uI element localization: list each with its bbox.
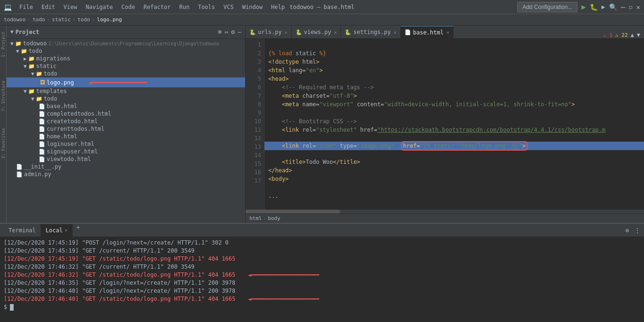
tab-urls-close[interactable]: ✕ — [285, 30, 288, 35]
terminal-panel: Terminal Local ✕ + ⚙ ⋮ [12/Dec/2020 17:4… — [0, 223, 644, 322]
project-dropdown-icon[interactable]: ▼ — [10, 29, 14, 35]
tree-item-home[interactable]: 📄 home.html — [7, 133, 245, 140]
run-coverage-icon[interactable]: ▶ — [602, 3, 605, 10]
terminal-tabs: Terminal Local ✕ + — [4, 224, 83, 237]
local-tab-close[interactable]: ✕ — [65, 228, 67, 233]
terminal-content[interactable]: [12/Dec/2020 17:45:19] "POST /login/?nex… — [0, 237, 644, 322]
tab-settings-close[interactable]: ✕ — [394, 30, 396, 35]
horizontal-scrollbar[interactable] — [246, 210, 644, 213]
static-label: static — [36, 63, 57, 69]
completedtodos-label: completedtodos.html — [47, 110, 111, 117]
menu-file[interactable]: File — [16, 3, 37, 11]
code-content[interactable]: {% load static %} <!doctype html> <html … — [264, 39, 644, 210]
project-tab-vertical[interactable]: 1: Project — [0, 25, 7, 63]
tree-item-init-py[interactable]: 📄 __init__.py — [7, 163, 245, 170]
project-panel-title: ▼ Project — [10, 29, 39, 35]
bc-logo[interactable]: logo.png — [97, 17, 122, 23]
term-text-3: [12/Dec/2020 17:45:19] "GET /static/todo… — [4, 255, 235, 263]
py-icon: 📄 — [16, 164, 23, 170]
tree-item-migrations[interactable]: ▶ 📁 migrations — [7, 55, 245, 62]
tree-item-static-todo[interactable]: ▼ 📁 todo — [7, 70, 245, 77]
tab-urls-py[interactable]: 🐍 urls.py ✕ — [246, 26, 292, 38]
html-icon: 📄 — [39, 111, 45, 117]
tab-base-html[interactable]: 📄 base.html ✕ — [401, 26, 454, 38]
favorites-tab-vertical[interactable]: 2: Favorites — [0, 125, 7, 162]
tree-item-templates-todo[interactable]: ▼ 📁 todo — [7, 95, 245, 102]
scrollbar-thumb[interactable] — [246, 210, 340, 213]
title-bar-left: 💻 File Edit View Navigate Code Refactor … — [4, 3, 289, 11]
tree-item-loginuser[interactable]: 📄 loginuser.html — [7, 140, 245, 148]
add-terminal-button[interactable]: + — [73, 224, 83, 237]
maximize-button[interactable]: ◻ — [629, 4, 632, 10]
project-panel-actions: ⊕ ⇔ ⚙ — — [218, 28, 241, 35]
structure-tab-vertical[interactable]: 7: Structure — [0, 77, 7, 115]
tree-item-root[interactable]: ▼ 📁 todowoo C:\Users\antoi\Documents\Pro… — [7, 40, 245, 47]
terminal-tab[interactable]: Terminal — [4, 224, 41, 237]
terminal-line-6: [12/Dec/2020 17:46:35] "GET /login/?next… — [4, 279, 640, 287]
local-tab[interactable]: Local ✕ — [41, 224, 73, 237]
settings-icon[interactable]: ⚙ — [231, 28, 235, 35]
bc-todo2[interactable]: todo — [77, 17, 90, 23]
menu-help[interactable]: Help — [267, 3, 289, 11]
terminal-line-2: [12/Dec/2020 17:45:19] "GET /current/ HT… — [4, 247, 640, 255]
tree-item-completedtodos[interactable]: 📄 completedtodos.html — [7, 110, 245, 118]
status-breadcrumb: html › body — [249, 215, 281, 221]
tree-item-viewtodo[interactable]: 📄 viewtodo.html — [7, 155, 245, 163]
tree-item-currenttodos[interactable]: 📄 currenttodos.html — [7, 125, 245, 133]
tree-item-signupuser[interactable]: 📄 signupuser.html — [7, 148, 245, 155]
tab-views-py[interactable]: 🐍 views.py ✕ — [292, 26, 341, 38]
tree-item-templates[interactable]: ▼ 📁 templates — [7, 87, 245, 95]
menu-vcs[interactable]: VCS — [220, 3, 238, 11]
add-folder-icon[interactable]: ⊕ — [218, 28, 222, 35]
tree-item-base-html[interactable]: 📄 base.html — [7, 102, 245, 110]
code-editor[interactable]: 12345 678910 1112131415 1617 {% load sta… — [246, 39, 644, 213]
tab-settings-py[interactable]: 🐍 settings.py ✕ — [341, 26, 401, 38]
title-bar-right: Add Configuration... ▶ 🐛 ▶ 🔍 — ◻ ✕ — [517, 2, 640, 12]
collapse-icon[interactable]: ⇔ — [225, 28, 229, 35]
menu-bar: File Edit View Navigate Code Refactor Ru… — [16, 3, 289, 11]
tree-item-logo-png[interactable]: 🖼 logo.png ◄━━━━━━━━━━━━ — [7, 77, 245, 87]
menu-edit[interactable]: Edit — [38, 3, 59, 11]
menu-run[interactable]: Run — [175, 3, 193, 11]
init-py-label: __init__.py — [24, 163, 61, 170]
terminal-line-1: [12/Dec/2020 17:45:19] "POST /login/?nex… — [4, 239, 640, 247]
bc-todowoo[interactable]: todowoo — [4, 17, 25, 23]
chevron-up-icon[interactable]: ▲ — [631, 32, 634, 38]
static-todo-label: todo — [44, 70, 58, 77]
menu-tools[interactable]: Tools — [194, 3, 219, 11]
app-icon: 💻 — [4, 3, 12, 11]
signupuser-label: signupuser.html — [47, 148, 98, 155]
currenttodos-label: currenttodos.html — [47, 126, 105, 132]
menu-refactor[interactable]: Refactor — [140, 3, 174, 11]
root-path: C:\Users\antoi\Documents\Programming\Lea… — [49, 41, 219, 46]
terminal-settings-icon[interactable]: ⚙ — [626, 227, 629, 234]
terminal-more-icon[interactable]: ⋮ — [635, 227, 640, 234]
run-icon[interactable]: ▶ — [581, 2, 586, 11]
tab-base-close[interactable]: ✕ — [446, 30, 449, 35]
tab-views-close[interactable]: ✕ — [334, 30, 337, 35]
chevron-down-icon[interactable]: ▼ — [637, 32, 640, 38]
tree-item-admin-py[interactable]: 📄 admin.py — [7, 170, 245, 178]
minimize-button[interactable]: — — [621, 2, 626, 11]
menu-code[interactable]: Code — [118, 3, 139, 11]
close-button[interactable]: ✕ — [636, 3, 640, 11]
menu-window[interactable]: Window — [239, 3, 266, 11]
search-icon[interactable]: 🔍 — [609, 3, 617, 11]
root-label: todowoo — [23, 40, 47, 47]
menu-navigate[interactable]: Navigate — [82, 3, 117, 11]
tree-item-static[interactable]: ▼ 📁 static — [7, 62, 245, 70]
add-configuration-button[interactable]: Add Configuration... — [517, 2, 578, 12]
expand-icon: ▼ — [24, 88, 27, 94]
menu-view[interactable]: View — [60, 3, 81, 11]
tree-item-createtodo[interactable]: 📄 createtodo.html — [7, 118, 245, 125]
bc-todo[interactable]: todo — [33, 17, 45, 23]
logo-png-label: logo.png — [47, 79, 74, 86]
bc-static[interactable]: static — [52, 17, 71, 23]
tree-item-todo[interactable]: ▼ 📁 todo — [7, 47, 245, 55]
tab-views-label: views.py — [304, 29, 331, 35]
breadcrumb: todowoo › todo › static › todo › logo.pn… — [0, 14, 644, 25]
close-panel-icon[interactable]: — — [238, 28, 241, 35]
tab-bar-indicators: ⚠ 1 ⚠ 22 ▲ ▼ — [603, 32, 644, 38]
terminal-tab-label: Terminal — [8, 227, 36, 234]
debug-icon[interactable]: 🐛 — [590, 3, 598, 11]
